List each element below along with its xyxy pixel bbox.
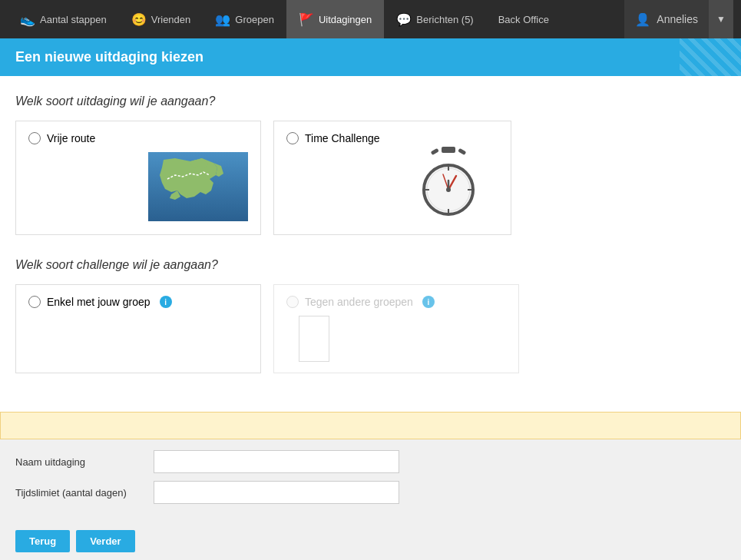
other-groups-placeholder xyxy=(299,316,329,362)
tijdslimiet-label: Tijdslimiet (aantal dagen) xyxy=(15,487,154,499)
nav-username: Annelies xyxy=(657,13,698,25)
nav-label-berichten: Berichten (5) xyxy=(416,14,473,25)
challenge-options-row: Enkel met jouw groep i Tegen andere groe… xyxy=(15,284,726,373)
back-button[interactable]: Terug xyxy=(15,530,70,552)
button-row: Terug Verder xyxy=(0,522,741,560)
nav-label-groepen: Groepen xyxy=(235,14,274,25)
svg-rect-7 xyxy=(458,148,466,155)
enkel-groep-radio[interactable] xyxy=(28,296,41,308)
svg-rect-6 xyxy=(431,148,439,155)
nav-item-stappen[interactable]: 👟 Aantal stappen xyxy=(8,0,119,38)
vrije-route-label[interactable]: Vrije route xyxy=(28,132,95,144)
stopwatch-icon xyxy=(414,144,483,220)
page-content: Een nieuwe uitdaging kiezen Welk soort u… xyxy=(0,38,741,560)
map-image xyxy=(148,152,248,221)
nav-user[interactable]: 👤 Annelies xyxy=(624,0,709,38)
section-uitdaging-type: Welk soort uitdaging wil je aangaan? Vri… xyxy=(15,94,726,235)
nav-item-groepen[interactable]: 👥 Groepen xyxy=(203,0,286,38)
tijdslimiet-input[interactable] xyxy=(154,481,399,504)
andere-groepen-info-icon[interactable]: i xyxy=(422,296,435,308)
form-area: Naam uitdaging Tijdslimiet (aantal dagen… xyxy=(0,439,741,522)
form-row-naam: Naam uitdaging xyxy=(15,450,726,473)
option-card-enkel-groep[interactable]: Enkel met jouw groep i xyxy=(15,284,261,373)
nav-right: 👤 Annelies ▼ xyxy=(624,0,733,38)
time-challenge-radio[interactable] xyxy=(286,132,299,144)
andere-groepen-text: Tegen andere groepen xyxy=(305,296,413,308)
nav-dropdown-button[interactable]: ▼ xyxy=(709,0,733,38)
nav-label-stappen: Aantal stappen xyxy=(40,14,107,25)
chat-icon: 💬 xyxy=(396,12,412,27)
nav-label-vrienden: Vrienden xyxy=(151,14,191,25)
enkel-groep-info-icon[interactable]: i xyxy=(160,296,172,308)
user-icon: 👤 xyxy=(635,12,650,27)
andere-groepen-radio[interactable] xyxy=(286,296,299,308)
nav-item-backoffice[interactable]: Back Office xyxy=(486,0,561,38)
uitdaging-options-row: Vrije route xyxy=(15,121,726,235)
nav-items: 👟 Aantal stappen 😊 Vrienden 👥 Groepen 🚩 … xyxy=(8,0,624,38)
main-area: Welk soort uitdaging wil je aangaan? Vri… xyxy=(0,76,741,412)
group-icon: 👥 xyxy=(215,12,230,27)
section2-title: Welk soort challenge wil je aangaan? xyxy=(15,258,726,272)
flag-icon: 🚩 xyxy=(299,12,314,27)
warning-bar xyxy=(0,412,741,439)
option-card-time-challenge[interactable]: Time Challenge xyxy=(273,121,511,235)
vrije-route-radio[interactable] xyxy=(28,132,41,144)
nav-label-uitdagingen: Uitdagingen xyxy=(319,14,372,25)
option-card-andere-groepen[interactable]: Tegen andere groepen i xyxy=(273,284,519,373)
nav-item-uitdagingen[interactable]: 🚩 Uitdagingen xyxy=(286,0,384,38)
form-row-tijdslimiet: Tijdslimiet (aantal dagen) xyxy=(15,481,726,504)
smile-icon: 😊 xyxy=(131,12,147,27)
section-challenge-type: Welk soort challenge wil je aangaan? Enk… xyxy=(15,258,726,373)
svg-point-17 xyxy=(446,187,451,192)
page-title: Een nieuwe uitdaging kiezen xyxy=(15,49,726,65)
page-header: Een nieuwe uitdaging kiezen xyxy=(0,38,741,76)
section1-title: Welk soort uitdaging wil je aangaan? xyxy=(15,94,726,108)
time-challenge-label[interactable]: Time Challenge xyxy=(286,132,380,144)
navbar: 👟 Aantal stappen 😊 Vrienden 👥 Groepen 🚩 … xyxy=(0,0,741,38)
nav-item-berichten[interactable]: 💬 Berichten (5) xyxy=(384,0,485,38)
time-challenge-text: Time Challenge xyxy=(305,132,380,144)
svg-rect-5 xyxy=(442,147,455,153)
naam-label: Naam uitdaging xyxy=(15,456,154,468)
vrije-route-text: Vrije route xyxy=(47,132,95,144)
option-card-vrije-route[interactable]: Vrije route xyxy=(15,121,261,235)
nav-item-vrienden[interactable]: 😊 Vrienden xyxy=(119,0,203,38)
chevron-down-icon: ▼ xyxy=(716,14,726,25)
enkel-groep-text: Enkel met jouw groep xyxy=(47,296,151,308)
footstep-icon: 👟 xyxy=(20,12,35,27)
andere-groepen-label: Tegen andere groepen i xyxy=(286,296,506,308)
enkel-groep-label[interactable]: Enkel met jouw groep i xyxy=(28,296,248,308)
nav-label-backoffice: Back Office xyxy=(498,14,549,25)
naam-input[interactable] xyxy=(154,450,399,473)
next-button[interactable]: Verder xyxy=(76,530,134,552)
